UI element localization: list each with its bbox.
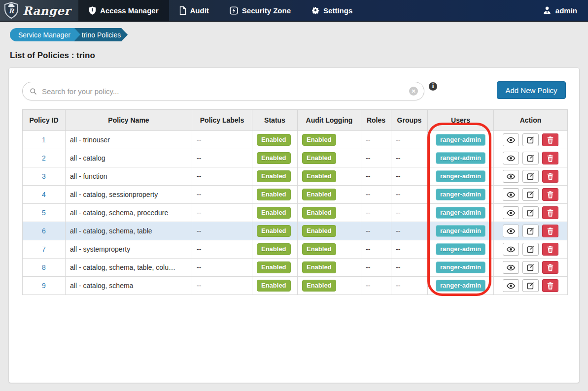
policy-name-cell: all - trinouser bbox=[66, 131, 192, 149]
roles-cell: -- bbox=[361, 222, 391, 240]
view-button[interactable] bbox=[503, 243, 519, 256]
roles-cell: -- bbox=[361, 259, 391, 277]
policy-labels-cell: -- bbox=[192, 277, 252, 295]
view-button[interactable] bbox=[503, 206, 519, 219]
edit-button[interactable] bbox=[522, 206, 539, 219]
edit-button[interactable] bbox=[522, 261, 539, 274]
delete-button[interactable] bbox=[542, 188, 558, 201]
user-menu[interactable]: admin bbox=[532, 0, 588, 21]
policies-table: Policy ID Policy Name Policy Labels Stat… bbox=[22, 109, 568, 295]
table-header-row: Policy ID Policy Name Policy Labels Stat… bbox=[23, 110, 568, 131]
policy-id-link[interactable]: 4 bbox=[42, 191, 46, 198]
action-buttons bbox=[494, 261, 567, 274]
policy-labels-cell: -- bbox=[192, 204, 252, 222]
delete-button[interactable] bbox=[542, 243, 558, 256]
policy-labels-cell: -- bbox=[192, 259, 252, 277]
edit-button[interactable] bbox=[522, 243, 539, 256]
action-buttons bbox=[494, 243, 567, 256]
edit-pencil-icon bbox=[527, 209, 535, 217]
view-button[interactable] bbox=[503, 133, 519, 146]
edit-button[interactable] bbox=[522, 170, 539, 183]
col-policy-id: Policy ID bbox=[23, 110, 66, 131]
status-badge: Enabled bbox=[257, 280, 291, 292]
col-audit-logging: Audit Logging bbox=[298, 110, 361, 131]
page-title: List of Policies : trino bbox=[10, 51, 95, 61]
policy-id-link[interactable]: 2 bbox=[42, 154, 46, 162]
nav-item-access-manager[interactable]: Access Manager bbox=[78, 0, 169, 21]
delete-button[interactable] bbox=[542, 152, 558, 164]
view-button[interactable] bbox=[503, 225, 519, 237]
delete-button[interactable] bbox=[542, 133, 558, 146]
edit-button[interactable] bbox=[522, 279, 539, 292]
breadcrumb-service-manager[interactable]: Service Manager bbox=[10, 28, 74, 41]
policy-search: ✕ bbox=[22, 82, 424, 100]
policy-id-link[interactable]: 6 bbox=[42, 227, 46, 235]
ranger-shield-icon: R bbox=[4, 2, 19, 19]
edit-button[interactable] bbox=[522, 225, 539, 237]
nav-menu: Access Manager Audit Security Zone bbox=[78, 0, 363, 21]
audit-badge: Enabled bbox=[302, 207, 336, 219]
trash-icon bbox=[547, 246, 553, 253]
policy-id-link[interactable]: 7 bbox=[42, 245, 46, 253]
search-input[interactable] bbox=[41, 87, 409, 96]
nav-item-label: Access Manager bbox=[100, 6, 158, 15]
audit-badge: Enabled bbox=[302, 134, 336, 146]
view-button[interactable] bbox=[503, 170, 519, 183]
edit-pencil-icon bbox=[527, 172, 535, 180]
edit-button[interactable] bbox=[522, 133, 539, 146]
delete-button[interactable] bbox=[542, 279, 558, 292]
add-new-policy-button[interactable]: Add New Policy bbox=[497, 81, 566, 99]
policy-id-link[interactable]: 9 bbox=[42, 282, 46, 290]
eye-icon bbox=[507, 137, 515, 143]
trash-icon bbox=[547, 282, 553, 290]
ranger-logo[interactable]: R Ranger bbox=[0, 0, 78, 21]
table-row: 3 all - function -- Enabled Enabled -- -… bbox=[23, 167, 568, 186]
eye-icon bbox=[507, 210, 515, 216]
policy-id-link[interactable]: 5 bbox=[42, 209, 46, 217]
nav-item-audit[interactable]: Audit bbox=[169, 0, 219, 21]
view-button[interactable] bbox=[503, 188, 519, 201]
roles-cell: -- bbox=[361, 167, 391, 186]
gear-icon bbox=[311, 6, 319, 14]
eye-icon bbox=[507, 173, 515, 180]
info-icon[interactable]: i bbox=[429, 82, 437, 91]
eye-icon bbox=[507, 264, 515, 271]
edit-pencil-icon bbox=[527, 263, 535, 271]
nav-item-settings[interactable]: Settings bbox=[301, 0, 363, 21]
trash-icon bbox=[547, 173, 553, 180]
roles-cell: -- bbox=[361, 149, 391, 167]
view-button[interactable] bbox=[503, 279, 519, 292]
view-button[interactable] bbox=[503, 152, 519, 164]
policy-id-link[interactable]: 3 bbox=[42, 172, 46, 180]
edit-button[interactable] bbox=[522, 188, 539, 201]
view-button[interactable] bbox=[503, 261, 519, 274]
clear-search-icon[interactable]: ✕ bbox=[409, 87, 418, 96]
audit-badge: Enabled bbox=[302, 189, 336, 200]
user-icon bbox=[543, 6, 552, 15]
policy-name-cell: all - function bbox=[66, 167, 192, 186]
audit-badge: Enabled bbox=[302, 152, 336, 164]
policy-id-link[interactable]: 8 bbox=[42, 263, 46, 271]
user-badge: ranger-admin bbox=[436, 152, 485, 164]
action-buttons bbox=[494, 152, 567, 164]
policy-id-link[interactable]: 1 bbox=[42, 136, 46, 144]
delete-button[interactable] bbox=[542, 225, 558, 237]
delete-button[interactable] bbox=[542, 206, 558, 219]
status-badge: Enabled bbox=[257, 243, 291, 255]
policy-labels-cell: -- bbox=[192, 222, 252, 240]
nav-item-label: Audit bbox=[190, 6, 209, 15]
edit-button[interactable] bbox=[522, 152, 539, 164]
status-badge: Enabled bbox=[257, 225, 291, 237]
user-badge: ranger-admin bbox=[436, 170, 485, 182]
roles-cell: -- bbox=[361, 204, 391, 222]
policy-name-cell: all - catalog, schema, procedure bbox=[66, 204, 192, 222]
breadcrumb: Service Manager trino Policies bbox=[10, 28, 128, 41]
policies-table-area: Policy ID Policy Name Policy Labels Stat… bbox=[22, 109, 567, 295]
delete-button[interactable] bbox=[542, 261, 558, 274]
policy-labels-cell: -- bbox=[192, 186, 252, 204]
action-buttons bbox=[494, 279, 567, 292]
groups-cell: -- bbox=[391, 204, 428, 222]
user-badge: ranger-admin bbox=[436, 189, 485, 200]
nav-item-security-zone[interactable]: Security Zone bbox=[219, 0, 301, 21]
delete-button[interactable] bbox=[542, 170, 558, 183]
